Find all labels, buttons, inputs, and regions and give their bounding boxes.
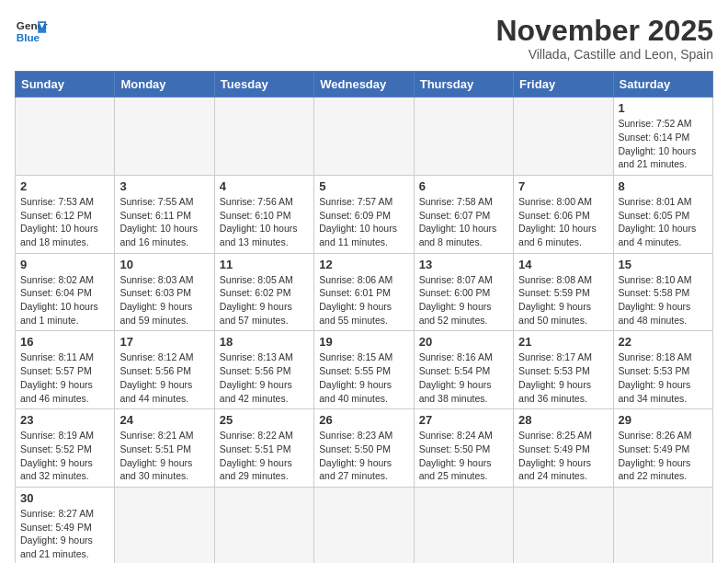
week-row-3: 16Sunrise: 8:11 AM Sunset: 5:57 PM Dayli…	[16, 331, 713, 409]
calendar-cell: 27Sunrise: 8:24 AM Sunset: 5:50 PM Dayli…	[414, 409, 513, 488]
day-number: 17	[119, 335, 209, 349]
calendar-cell	[16, 98, 115, 176]
calendar-cell	[314, 487, 414, 563]
day-info: Sunrise: 8:02 AM Sunset: 6:04 PM Dayligh…	[20, 273, 109, 327]
day-number: 16	[20, 335, 109, 349]
day-number: 5	[319, 179, 408, 193]
day-info: Sunrise: 7:52 AM Sunset: 6:14 PM Dayligh…	[619, 117, 708, 171]
header-thursday: Thursday	[414, 72, 513, 98]
day-info: Sunrise: 8:07 AM Sunset: 6:00 PM Dayligh…	[419, 273, 508, 327]
week-row-0: 1Sunrise: 7:52 AM Sunset: 6:14 PM Daylig…	[16, 98, 713, 176]
calendar-cell	[214, 98, 313, 176]
header-saturday: Saturday	[613, 72, 712, 98]
day-number: 3	[119, 179, 209, 193]
calendar-cell	[514, 487, 613, 563]
calendar-cell: 15Sunrise: 8:10 AM Sunset: 5:58 PM Dayli…	[613, 253, 712, 331]
calendar-cell: 14Sunrise: 8:08 AM Sunset: 5:59 PM Dayli…	[514, 253, 613, 331]
header-friday: Friday	[514, 72, 613, 98]
day-info: Sunrise: 8:11 AM Sunset: 5:57 PM Dayligh…	[20, 350, 109, 405]
day-number: 25	[220, 413, 309, 427]
calendar-cell: 3Sunrise: 7:55 AM Sunset: 6:11 PM Daylig…	[115, 175, 214, 253]
calendar-cell: 7Sunrise: 8:00 AM Sunset: 6:06 PM Daylig…	[514, 175, 613, 253]
calendar-cell: 12Sunrise: 8:06 AM Sunset: 6:01 PM Dayli…	[314, 253, 414, 331]
week-row-2: 9Sunrise: 8:02 AM Sunset: 6:04 PM Daylig…	[16, 253, 713, 331]
week-row-4: 23Sunrise: 8:19 AM Sunset: 5:52 PM Dayli…	[16, 409, 713, 488]
day-number: 18	[220, 335, 309, 349]
header-tuesday: Tuesday	[214, 72, 313, 98]
calendar-cell: 20Sunrise: 8:16 AM Sunset: 5:54 PM Dayli…	[414, 331, 513, 409]
calendar-cell	[514, 98, 613, 176]
page-header: General Blue November 2025 Villada, Cast…	[15, 15, 713, 62]
calendar-cell: 1Sunrise: 7:52 AM Sunset: 6:14 PM Daylig…	[613, 98, 712, 176]
day-info: Sunrise: 7:56 AM Sunset: 6:10 PM Dayligh…	[220, 195, 309, 249]
calendar-cell: 18Sunrise: 8:13 AM Sunset: 5:56 PM Dayli…	[214, 331, 313, 409]
header-sunday: Sunday	[16, 72, 115, 98]
calendar-cell: 10Sunrise: 8:03 AM Sunset: 6:03 PM Dayli…	[115, 253, 214, 331]
calendar-cell: 2Sunrise: 7:53 AM Sunset: 6:12 PM Daylig…	[16, 175, 115, 253]
calendar-cell: 17Sunrise: 8:12 AM Sunset: 5:56 PM Dayli…	[115, 331, 214, 409]
day-number: 28	[518, 413, 608, 427]
day-number: 10	[119, 258, 209, 271]
day-info: Sunrise: 8:10 AM Sunset: 5:58 PM Dayligh…	[619, 273, 708, 327]
calendar-cell: 22Sunrise: 8:18 AM Sunset: 5:53 PM Dayli…	[613, 331, 712, 409]
calendar-cell: 11Sunrise: 8:05 AM Sunset: 6:02 PM Dayli…	[214, 253, 313, 331]
calendar-cell: 9Sunrise: 8:02 AM Sunset: 6:04 PM Daylig…	[16, 253, 115, 331]
calendar-cell: 21Sunrise: 8:17 AM Sunset: 5:53 PM Dayli…	[514, 331, 613, 409]
week-row-5: 30Sunrise: 8:27 AM Sunset: 5:49 PM Dayli…	[16, 487, 713, 563]
day-number: 9	[20, 258, 109, 271]
day-number: 23	[20, 413, 109, 427]
calendar-cell: 13Sunrise: 8:07 AM Sunset: 6:00 PM Dayli…	[414, 253, 513, 331]
title-area: November 2025 Villada, Castille and Leon…	[495, 15, 713, 62]
day-number: 14	[518, 258, 608, 271]
day-info: Sunrise: 8:08 AM Sunset: 5:59 PM Dayligh…	[518, 273, 608, 327]
day-info: Sunrise: 8:12 AM Sunset: 5:56 PM Dayligh…	[119, 350, 209, 405]
calendar-cell: 25Sunrise: 8:22 AM Sunset: 5:51 PM Dayli…	[214, 409, 313, 488]
header-monday: Monday	[115, 72, 214, 98]
calendar-cell	[414, 98, 513, 176]
day-info: Sunrise: 8:17 AM Sunset: 5:53 PM Dayligh…	[518, 350, 608, 405]
week-row-1: 2Sunrise: 7:53 AM Sunset: 6:12 PM Daylig…	[16, 175, 713, 253]
day-number: 15	[619, 258, 708, 271]
day-info: Sunrise: 8:25 AM Sunset: 5:49 PM Dayligh…	[518, 429, 608, 483]
calendar-table: SundayMondayTuesdayWednesdayThursdayFrid…	[15, 71, 713, 563]
day-number: 11	[220, 258, 309, 271]
day-info: Sunrise: 8:16 AM Sunset: 5:54 PM Dayligh…	[419, 350, 508, 405]
day-info: Sunrise: 8:26 AM Sunset: 5:49 PM Dayligh…	[619, 429, 708, 483]
day-info: Sunrise: 8:03 AM Sunset: 6:03 PM Dayligh…	[119, 273, 209, 327]
calendar-cell	[414, 487, 513, 563]
day-info: Sunrise: 8:13 AM Sunset: 5:56 PM Dayligh…	[220, 350, 309, 405]
day-number: 26	[319, 413, 408, 427]
calendar-cell	[115, 487, 214, 563]
day-number: 19	[319, 335, 408, 349]
day-number: 1	[619, 101, 708, 115]
logo: General Blue	[15, 15, 48, 48]
day-info: Sunrise: 8:21 AM Sunset: 5:51 PM Dayligh…	[119, 429, 209, 483]
day-info: Sunrise: 8:00 AM Sunset: 6:06 PM Dayligh…	[518, 195, 608, 249]
day-number: 29	[619, 413, 708, 427]
day-number: 30	[20, 491, 109, 505]
calendar-cell: 6Sunrise: 7:58 AM Sunset: 6:07 PM Daylig…	[414, 175, 513, 253]
day-number: 4	[220, 179, 309, 193]
month-title: November 2025	[495, 15, 713, 47]
calendar-cell: 23Sunrise: 8:19 AM Sunset: 5:52 PM Dayli…	[16, 409, 115, 488]
day-info: Sunrise: 7:55 AM Sunset: 6:11 PM Dayligh…	[119, 195, 209, 249]
day-number: 27	[419, 413, 508, 427]
location-subtitle: Villada, Castille and Leon, Spain	[495, 47, 713, 62]
day-number: 24	[119, 413, 209, 427]
calendar-cell: 29Sunrise: 8:26 AM Sunset: 5:49 PM Dayli…	[613, 409, 712, 488]
calendar-cell: 30Sunrise: 8:27 AM Sunset: 5:49 PM Dayli…	[16, 487, 115, 563]
calendar-cell: 19Sunrise: 8:15 AM Sunset: 5:55 PM Dayli…	[314, 331, 414, 409]
day-info: Sunrise: 7:57 AM Sunset: 6:09 PM Dayligh…	[319, 195, 408, 249]
day-info: Sunrise: 8:19 AM Sunset: 5:52 PM Dayligh…	[20, 429, 109, 483]
day-number: 20	[419, 335, 508, 349]
calendar-cell: 16Sunrise: 8:11 AM Sunset: 5:57 PM Dayli…	[16, 331, 115, 409]
calendar-cell	[314, 98, 414, 176]
day-info: Sunrise: 8:01 AM Sunset: 6:05 PM Dayligh…	[619, 195, 708, 249]
calendar-cell: 5Sunrise: 7:57 AM Sunset: 6:09 PM Daylig…	[314, 175, 414, 253]
day-number: 22	[619, 335, 708, 349]
calendar-cell	[214, 487, 313, 563]
logo-icon: General Blue	[15, 15, 48, 48]
day-info: Sunrise: 8:24 AM Sunset: 5:50 PM Dayligh…	[419, 429, 508, 483]
calendar-cell: 26Sunrise: 8:23 AM Sunset: 5:50 PM Dayli…	[314, 409, 414, 488]
calendar-cell: 24Sunrise: 8:21 AM Sunset: 5:51 PM Dayli…	[115, 409, 214, 488]
